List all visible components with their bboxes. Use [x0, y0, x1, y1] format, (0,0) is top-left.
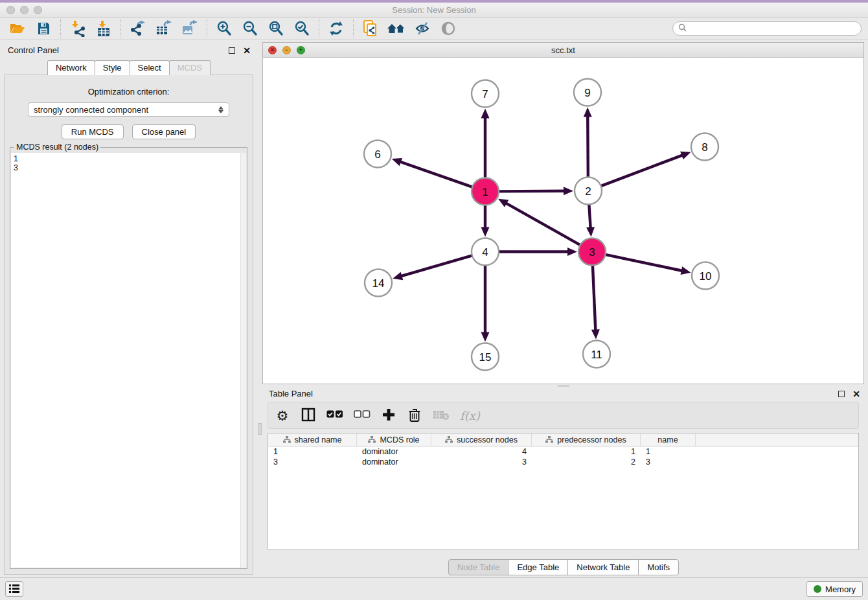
- app-titlebar[interactable]: Session: New Session: [0, 3, 868, 17]
- edge-4-14[interactable]: [400, 255, 472, 276]
- hide-columns-button[interactable]: [354, 406, 371, 425]
- tab-mcds[interactable]: MCDS: [169, 60, 211, 75]
- close-panel-icon[interactable]: ✕: [243, 46, 251, 55]
- table-cell[interactable]: 3: [641, 457, 696, 467]
- node-3[interactable]: 3: [578, 238, 606, 266]
- function-builder-button[interactable]: f(x): [460, 406, 480, 425]
- table-tabs: Node TableEdge TableNetwork TableMotifs: [262, 558, 864, 577]
- tab-network[interactable]: Network: [47, 60, 95, 75]
- zoom-selected-button[interactable]: [291, 19, 313, 38]
- memory-status-icon: [814, 585, 821, 593]
- edge-2-9[interactable]: [588, 115, 588, 177]
- first-neighbors-button[interactable]: [385, 19, 407, 38]
- table-panel-mode-button[interactable]: [301, 406, 316, 425]
- open-file-button[interactable]: [6, 19, 29, 38]
- tab-edge-table[interactable]: Edge Table: [508, 559, 568, 575]
- column-header-MCDS-role[interactable]: MCDS role: [357, 433, 431, 446]
- tab-motifs[interactable]: Motifs: [638, 559, 679, 575]
- delete-table-button[interactable]: [433, 406, 450, 425]
- edge-1-6[interactable]: [399, 161, 472, 187]
- zoom-fit-button[interactable]: [265, 19, 287, 38]
- mcds-tab-content: Optimization criterion: strongly connect…: [4, 75, 253, 575]
- column-header-name[interactable]: name: [641, 433, 696, 446]
- hide-selected-button[interactable]: [411, 19, 433, 38]
- table-row[interactable]: 3dominator323: [268, 457, 858, 467]
- table-cell[interactable]: 3: [431, 457, 532, 467]
- checked-boxes-icon: [326, 410, 343, 421]
- table-cell[interactable]: dominator: [357, 447, 431, 456]
- close-panel-button[interactable]: Close panel: [132, 124, 196, 139]
- column-header-successor-nodes[interactable]: successor nodes: [431, 433, 532, 446]
- table-cell[interactable]: 2: [532, 457, 641, 467]
- tab-network-table[interactable]: Network Table: [567, 559, 639, 575]
- table-cell[interactable]: 1: [641, 447, 696, 456]
- node-11[interactable]: 11: [583, 341, 610, 368]
- export-network-button[interactable]: [127, 19, 149, 38]
- memory-button[interactable]: Memory: [806, 581, 863, 597]
- export-table-button[interactable]: [153, 19, 175, 38]
- import-network-icon: [69, 20, 86, 37]
- tab-select[interactable]: Select: [130, 60, 170, 75]
- close-panel-icon[interactable]: ✕: [852, 389, 860, 398]
- refresh-icon: [328, 20, 345, 37]
- node-6[interactable]: 6: [364, 141, 391, 168]
- clone-network-button[interactable]: [360, 19, 382, 38]
- node-1[interactable]: 1: [472, 178, 499, 205]
- tab-node-table[interactable]: Node Table: [448, 559, 509, 575]
- table-settings-button[interactable]: ⚙: [275, 406, 290, 425]
- table-cell[interactable]: 4: [431, 447, 532, 456]
- table-toolbar: ⚙ f(x): [268, 402, 859, 429]
- show-all-button[interactable]: [437, 19, 459, 38]
- import-table-button[interactable]: [93, 19, 115, 38]
- import-network-button[interactable]: [67, 19, 89, 38]
- delete-column-button[interactable]: [407, 406, 422, 425]
- search-field-container: [672, 21, 862, 36]
- network-window-titlebar[interactable]: ✕ − + scc.txt: [263, 43, 863, 58]
- tab-style[interactable]: Style: [95, 60, 130, 75]
- apply-layout-button[interactable]: [325, 19, 347, 38]
- edge-3-1[interactable]: [505, 203, 580, 246]
- column-header-predecessor-nodes[interactable]: predecessor nodes: [532, 433, 641, 446]
- trash-icon: [408, 408, 421, 424]
- edge-2-3[interactable]: [589, 204, 590, 229]
- search-input[interactable]: [690, 24, 856, 33]
- table-cell[interactable]: 3: [268, 457, 357, 467]
- node-8[interactable]: 8: [691, 133, 718, 161]
- column-header-shared-name[interactable]: shared name: [268, 433, 357, 446]
- edge-1-2[interactable]: [499, 191, 565, 192]
- float-panel-icon[interactable]: [229, 47, 235, 54]
- table-cell[interactable]: 1: [532, 447, 641, 456]
- splitter-grip[interactable]: [258, 423, 262, 435]
- node-4[interactable]: 4: [472, 238, 499, 266]
- arrowhead-1-6: [392, 158, 402, 166]
- task-history-button[interactable]: [5, 581, 23, 597]
- vertical-splitter[interactable]: [257, 40, 262, 577]
- zoom-in-button[interactable]: [213, 19, 235, 38]
- add-column-button[interactable]: [381, 406, 396, 425]
- node-9[interactable]: 9: [574, 79, 601, 106]
- mcds-result-text[interactable]: 1 3: [11, 153, 240, 568]
- node-2[interactable]: 2: [575, 178, 602, 205]
- edge-2-8[interactable]: [601, 155, 684, 186]
- node-7[interactable]: 7: [472, 80, 499, 108]
- table-row[interactable]: 1dominator411: [268, 446, 858, 457]
- optimization-criterion-dropdown[interactable]: strongly connected component: [28, 102, 229, 117]
- dropdown-selected-value: strongly connected component: [34, 105, 218, 115]
- zoom-out-button[interactable]: [239, 19, 261, 38]
- table-cell[interactable]: dominator: [357, 457, 431, 467]
- show-columns-button[interactable]: [326, 406, 343, 425]
- node-14[interactable]: 14: [365, 270, 392, 297]
- export-image-button[interactable]: [179, 19, 201, 38]
- float-panel-icon[interactable]: [838, 391, 845, 397]
- edge-3-11[interactable]: [593, 265, 596, 331]
- table-cell[interactable]: 1: [268, 447, 357, 456]
- node-15[interactable]: 15: [472, 343, 499, 371]
- save-session-button[interactable]: [32, 19, 54, 38]
- node-10[interactable]: 10: [692, 262, 719, 290]
- network-canvas[interactable]: 7968124314101511: [263, 58, 863, 384]
- node-label: 10: [700, 270, 712, 283]
- arrowhead-2-9: [584, 107, 592, 117]
- run-mcds-button[interactable]: Run MCDS: [62, 124, 124, 139]
- result-scrollbar[interactable]: [240, 153, 246, 568]
- edge-3-10[interactable]: [606, 255, 683, 271]
